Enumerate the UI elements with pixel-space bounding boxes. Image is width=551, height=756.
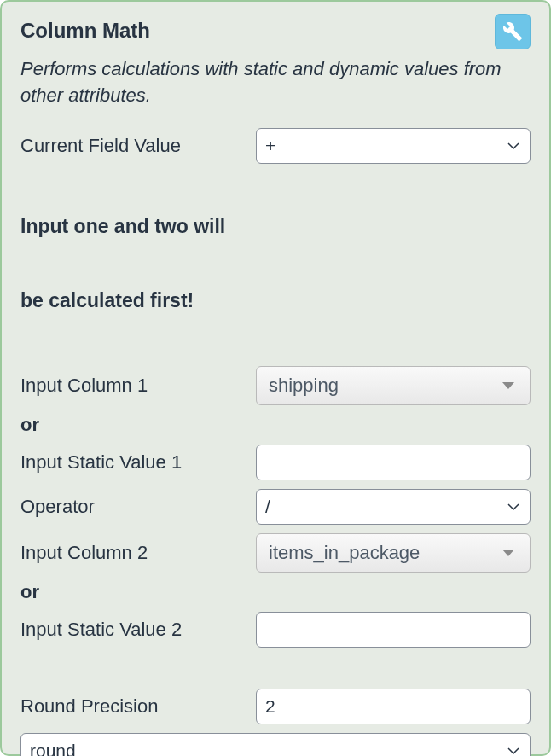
- row-round-precision: Round Precision: [20, 689, 531, 724]
- chevron-down-icon: [502, 550, 514, 556]
- label-current-field-value: Current Field Value: [20, 135, 256, 157]
- row-round-mode: round: [20, 733, 531, 756]
- select-round-mode[interactable]: round: [20, 733, 531, 756]
- settings-button[interactable]: [495, 14, 531, 49]
- input-round-precision[interactable]: [256, 689, 531, 724]
- label-operator: Operator: [20, 496, 256, 518]
- panel-description: Performs calculations with static and dy…: [20, 56, 531, 109]
- label-input-column-2: Input Column 2: [20, 542, 256, 564]
- select-input-column-2[interactable]: items_in_package: [256, 533, 531, 573]
- row-input-static-value-2: Input Static Value 2: [20, 612, 531, 648]
- select-input-column-1[interactable]: shipping: [256, 366, 531, 405]
- or-separator-2: or: [20, 581, 531, 603]
- panel-title: Column Math: [20, 19, 150, 43]
- input-static-value-2[interactable]: [256, 612, 531, 648]
- row-input-column-1: Input Column 1 shipping: [20, 366, 531, 405]
- panel-header: Column Math: [20, 19, 531, 49]
- row-operator: Operator /: [20, 489, 531, 525]
- label-input-static-value-2: Input Static Value 2: [20, 619, 256, 641]
- row-input-column-2: Input Column 2 items_in_package: [20, 533, 531, 573]
- select-operator[interactable]: /: [256, 489, 531, 525]
- input-static-value-1[interactable]: [256, 445, 531, 480]
- calculation-notice: Input one and two willbe calculated firs…: [20, 208, 531, 320]
- row-input-static-value-1: Input Static Value 1: [20, 445, 531, 480]
- chevron-down-icon: [502, 382, 514, 389]
- select-current-field-value[interactable]: +: [256, 128, 531, 164]
- label-input-static-value-1: Input Static Value 1: [20, 451, 256, 474]
- row-current-field-value: Current Field Value +: [20, 128, 531, 164]
- label-round-precision: Round Precision: [20, 695, 256, 718]
- wrench-icon: [502, 21, 523, 42]
- label-input-column-1: Input Column 1: [20, 375, 256, 397]
- or-separator-1: or: [20, 414, 531, 436]
- select-input-column-2-value: items_in_package: [269, 542, 502, 564]
- select-input-column-1-value: shipping: [269, 375, 502, 397]
- column-math-panel: Column Math Performs calculations with s…: [0, 0, 551, 756]
